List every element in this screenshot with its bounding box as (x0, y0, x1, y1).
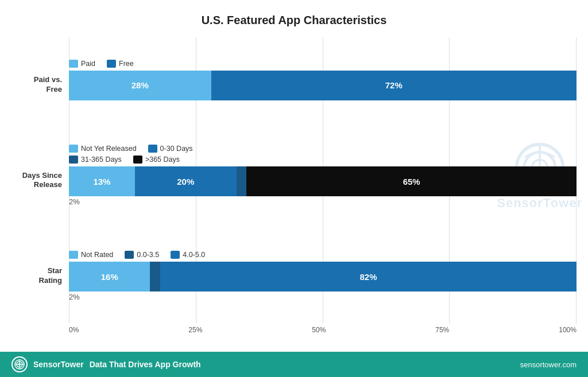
y-axis-labels: Paid vs.Free Days SinceRelease StarRatin… (11, 37, 69, 341)
x-tick-100: 100% (559, 326, 577, 334)
legend-item-4-5: 4.0-5.0 (171, 251, 205, 259)
legend-item-31-365: 31-365 Days (69, 156, 122, 164)
chart-right: Paid Free 28% 72% (69, 37, 577, 341)
legend-swatch-paid (69, 60, 78, 68)
bar-star-rating-inner: 16% 82% (69, 262, 577, 292)
legend-label-31-365: 31-365 Days (81, 156, 122, 164)
legend-swatch-4-5 (171, 251, 180, 259)
small-label-star: 2% (69, 293, 577, 301)
legend-days-row2: 31-365 Days >365 Days (69, 156, 577, 164)
segment-31-365 (237, 166, 247, 196)
segment-0-3-5 (150, 262, 160, 292)
footer: SensorTower Data That Drives App Growth … (0, 352, 588, 377)
footer-logo-svg (14, 359, 25, 370)
legend-label-not-rated: Not Rated (81, 251, 113, 259)
x-tick-50: 50% (312, 326, 326, 334)
segment-paid: 28% (69, 71, 211, 100)
bar-days-since: 13% 20% 65% (69, 166, 577, 196)
x-axis: 0% 25% 50% 75% 100% (69, 324, 577, 341)
legend-swatch-gt365 (133, 156, 142, 164)
legend-swatch-free (107, 60, 116, 68)
segment-not-yet: 13% (69, 166, 135, 196)
segment-0-30: 20% (135, 166, 237, 196)
legend-swatch-0-3-5 (125, 251, 134, 259)
bar-star-rating: 16% 82% (69, 262, 577, 292)
y-label-paid-free: Paid vs.Free (11, 75, 69, 95)
y-label-star-rating: StarRating (11, 266, 69, 286)
legend-label-paid: Paid (81, 60, 95, 68)
legend-paid-free: Paid Free (69, 60, 577, 68)
legend-item-paid: Paid (69, 60, 95, 68)
segment-free: 72% (211, 71, 577, 100)
legend-label-0-3-5: 0.0-3.5 (137, 251, 159, 259)
legend-item-0-30: 0-30 Days (148, 145, 193, 153)
small-label-days: 2% (69, 197, 577, 206)
bar-paid-free: 28% 72% (69, 71, 577, 100)
chart-area: Paid vs.Free Days SinceRelease StarRatin… (11, 37, 577, 341)
legend-item-gt365: >365 Days (133, 156, 180, 164)
footer-left: SensorTower Data That Drives App Growth (11, 356, 201, 372)
y-label-days-since: Days SinceRelease (11, 171, 69, 191)
segment-4-5: 82% (160, 262, 577, 292)
segment-not-rated: 16% (69, 262, 150, 292)
x-tick-25: 25% (188, 326, 202, 334)
bar-section-paid-free: Paid Free 28% 72% (69, 60, 577, 100)
legend-label-gt365: >365 Days (145, 156, 180, 164)
footer-tagline: Data That Drives App Growth (90, 360, 201, 369)
legend-swatch-not-rated (69, 251, 78, 259)
page-wrapper: U.S. Featured App Characteristics Sensor… (0, 0, 588, 377)
legend-days-row1: Not Yet Released 0-30 Days (69, 145, 577, 153)
legend-swatch-0-30 (148, 145, 157, 153)
legend-item-not-rated: Not Rated (69, 251, 113, 259)
bar-paid-free-inner: 28% 72% (69, 71, 577, 100)
legend-swatch-not-yet (69, 145, 78, 153)
footer-brand: SensorTower (33, 360, 84, 369)
bar-section-days-since: Not Yet Released 0-30 Days 31-365 D (69, 145, 577, 206)
chart-container: U.S. Featured App Characteristics Sensor… (0, 0, 588, 352)
footer-url: sensortower.com (520, 360, 577, 369)
legend-label-0-30: 0-30 Days (160, 145, 193, 153)
bars-area: Paid Free 28% 72% (69, 37, 577, 324)
legend-label-not-yet: Not Yet Released (81, 145, 137, 153)
bar-days-since-inner: 13% 20% 65% (69, 166, 577, 196)
bar-section-star-rating: Not Rated 0.0-3.5 4.0-5.0 (69, 251, 577, 301)
x-tick-75: 75% (435, 326, 449, 334)
legend-item-0-3-5: 0.0-3.5 (125, 251, 159, 259)
footer-logo-icon (11, 356, 28, 372)
legend-label-4-5: 4.0-5.0 (183, 251, 205, 259)
legend-star: Not Rated 0.0-3.5 4.0-5.0 (69, 251, 577, 259)
segment-gt365: 65% (246, 166, 577, 196)
legend-item-free: Free (107, 60, 134, 68)
legend-item-not-yet: Not Yet Released (69, 145, 137, 153)
chart-title: U.S. Featured App Characteristics (11, 14, 577, 27)
legend-swatch-31-365 (69, 156, 78, 164)
x-tick-0: 0% (69, 326, 79, 334)
legend-label-free: Free (119, 60, 134, 68)
